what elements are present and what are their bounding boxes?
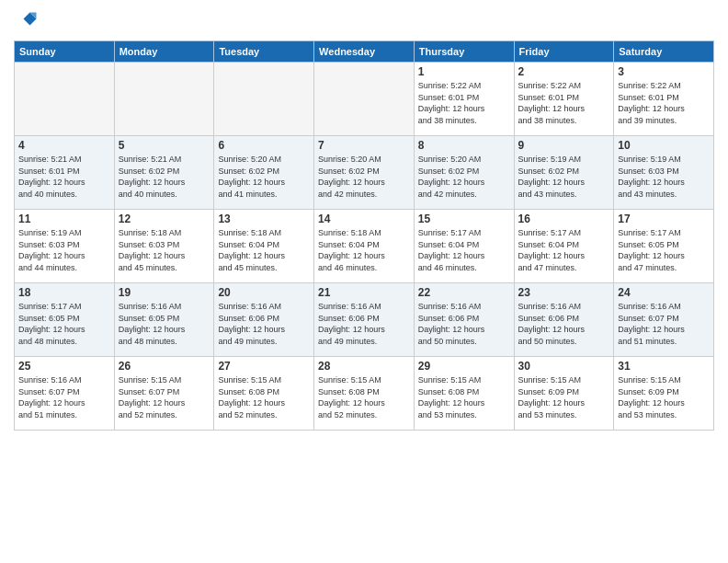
calendar-cell: 14Sunrise: 5:18 AM Sunset: 6:04 PM Dayli… [314,210,415,283]
calendar-cell: 12Sunrise: 5:18 AM Sunset: 6:03 PM Dayli… [114,210,214,283]
logo-icon [14,9,40,35]
day-info: Sunrise: 5:16 AM Sunset: 6:06 PM Dayligh… [218,301,310,347]
weekday-header-monday: Monday [114,41,214,63]
day-info: Sunrise: 5:16 AM Sunset: 6:07 PM Dayligh… [18,374,110,420]
day-number: 3 [618,65,710,78]
calendar-cell: 7Sunrise: 5:20 AM Sunset: 6:02 PM Daylig… [314,136,415,210]
day-info: Sunrise: 5:16 AM Sunset: 6:06 PM Dayligh… [318,301,410,347]
day-info: Sunrise: 5:18 AM Sunset: 6:04 PM Dayligh… [218,227,310,273]
calendar-week-4: 18Sunrise: 5:17 AM Sunset: 6:05 PM Dayli… [15,283,714,357]
calendar-cell: 11Sunrise: 5:19 AM Sunset: 6:03 PM Dayli… [15,210,115,283]
day-info: Sunrise: 5:22 AM Sunset: 6:01 PM Dayligh… [518,80,610,126]
day-number: 11 [18,213,110,225]
day-info: Sunrise: 5:15 AM Sunset: 6:09 PM Dayligh… [518,374,610,420]
day-number: 24 [618,286,710,299]
calendar-week-5: 25Sunrise: 5:16 AM Sunset: 6:07 PM Dayli… [15,357,714,431]
calendar-cell: 19Sunrise: 5:16 AM Sunset: 6:05 PM Dayli… [114,283,214,357]
calendar-cell: 13Sunrise: 5:18 AM Sunset: 6:04 PM Dayli… [214,210,314,283]
calendar-cell: 26Sunrise: 5:15 AM Sunset: 6:07 PM Dayli… [114,357,214,431]
day-number: 18 [18,286,110,299]
day-number: 10 [618,139,710,152]
day-info: Sunrise: 5:16 AM Sunset: 6:06 PM Dayligh… [518,301,610,347]
calendar-cell: 22Sunrise: 5:16 AM Sunset: 6:06 PM Dayli… [414,283,514,357]
calendar-cell [214,63,314,136]
day-number: 12 [119,213,210,225]
calendar-cell: 1Sunrise: 5:22 AM Sunset: 6:01 PM Daylig… [414,63,514,136]
day-number: 15 [418,213,510,225]
day-info: Sunrise: 5:20 AM Sunset: 6:02 PM Dayligh… [318,154,410,200]
day-number: 23 [518,286,610,299]
calendar-cell: 27Sunrise: 5:15 AM Sunset: 6:08 PM Dayli… [214,357,314,431]
calendar-cell: 4Sunrise: 5:21 AM Sunset: 6:01 PM Daylig… [15,136,115,210]
calendar-cell [15,63,115,136]
day-info: Sunrise: 5:15 AM Sunset: 6:08 PM Dayligh… [318,374,410,420]
weekday-header-sunday: Sunday [15,41,115,63]
calendar-cell: 8Sunrise: 5:20 AM Sunset: 6:02 PM Daylig… [414,136,514,210]
day-info: Sunrise: 5:15 AM Sunset: 6:08 PM Dayligh… [218,374,310,420]
day-number: 9 [518,139,610,152]
day-number: 26 [119,360,210,373]
day-info: Sunrise: 5:20 AM Sunset: 6:02 PM Dayligh… [218,154,310,200]
calendar-cell: 28Sunrise: 5:15 AM Sunset: 6:08 PM Dayli… [314,357,415,431]
calendar-week-3: 11Sunrise: 5:19 AM Sunset: 6:03 PM Dayli… [15,210,714,283]
calendar-cell: 29Sunrise: 5:15 AM Sunset: 6:08 PM Dayli… [414,357,514,431]
day-info: Sunrise: 5:19 AM Sunset: 6:02 PM Dayligh… [518,154,610,200]
day-number: 25 [18,360,110,373]
day-info: Sunrise: 5:18 AM Sunset: 6:03 PM Dayligh… [119,227,210,273]
day-info: Sunrise: 5:16 AM Sunset: 6:07 PM Dayligh… [618,301,710,347]
calendar-cell: 10Sunrise: 5:19 AM Sunset: 6:03 PM Dayli… [614,136,714,210]
calendar-cell: 16Sunrise: 5:17 AM Sunset: 6:04 PM Dayli… [514,210,614,283]
day-info: Sunrise: 5:17 AM Sunset: 6:05 PM Dayligh… [618,227,710,273]
day-info: Sunrise: 5:16 AM Sunset: 6:05 PM Dayligh… [119,301,210,347]
calendar-cell: 17Sunrise: 5:17 AM Sunset: 6:05 PM Dayli… [614,210,714,283]
calendar-cell: 30Sunrise: 5:15 AM Sunset: 6:09 PM Dayli… [514,357,614,431]
calendar-cell: 18Sunrise: 5:17 AM Sunset: 6:05 PM Dayli… [15,283,115,357]
day-info: Sunrise: 5:15 AM Sunset: 6:08 PM Dayligh… [418,374,510,420]
day-info: Sunrise: 5:19 AM Sunset: 6:03 PM Dayligh… [618,154,710,200]
weekday-header-wednesday: Wednesday [314,41,415,63]
day-number: 30 [518,360,610,373]
calendar-cell: 21Sunrise: 5:16 AM Sunset: 6:06 PM Dayli… [314,283,415,357]
day-number: 6 [218,139,310,152]
weekday-header-friday: Friday [514,41,614,63]
day-info: Sunrise: 5:15 AM Sunset: 6:09 PM Dayligh… [618,374,710,420]
header [14,9,714,35]
day-number: 17 [618,213,710,225]
day-info: Sunrise: 5:17 AM Sunset: 6:04 PM Dayligh… [518,227,610,273]
calendar-cell [114,63,214,136]
calendar-cell: 23Sunrise: 5:16 AM Sunset: 6:06 PM Dayli… [514,283,614,357]
day-number: 8 [418,139,510,152]
day-number: 14 [318,213,410,225]
calendar-cell: 25Sunrise: 5:16 AM Sunset: 6:07 PM Dayli… [15,357,115,431]
day-number: 16 [518,213,610,225]
calendar-cell: 6Sunrise: 5:20 AM Sunset: 6:02 PM Daylig… [214,136,314,210]
day-number: 20 [218,286,310,299]
calendar-cell: 24Sunrise: 5:16 AM Sunset: 6:07 PM Dayli… [614,283,714,357]
day-number: 22 [418,286,510,299]
day-info: Sunrise: 5:21 AM Sunset: 6:01 PM Dayligh… [18,154,110,200]
day-info: Sunrise: 5:16 AM Sunset: 6:06 PM Dayligh… [418,301,510,347]
calendar-cell: 5Sunrise: 5:21 AM Sunset: 6:02 PM Daylig… [114,136,214,210]
calendar-week-2: 4Sunrise: 5:21 AM Sunset: 6:01 PM Daylig… [15,136,714,210]
day-info: Sunrise: 5:20 AM Sunset: 6:02 PM Dayligh… [418,154,510,200]
weekday-header-saturday: Saturday [614,41,714,63]
calendar-cell: 20Sunrise: 5:16 AM Sunset: 6:06 PM Dayli… [214,283,314,357]
calendar-cell: 9Sunrise: 5:19 AM Sunset: 6:02 PM Daylig… [514,136,614,210]
day-number: 19 [119,286,210,299]
day-number: 31 [618,360,710,373]
day-info: Sunrise: 5:18 AM Sunset: 6:04 PM Dayligh… [318,227,410,273]
day-number: 2 [518,65,610,78]
day-info: Sunrise: 5:22 AM Sunset: 6:01 PM Dayligh… [418,80,510,126]
day-info: Sunrise: 5:19 AM Sunset: 6:03 PM Dayligh… [18,227,110,273]
day-info: Sunrise: 5:15 AM Sunset: 6:07 PM Dayligh… [119,374,210,420]
calendar-cell: 15Sunrise: 5:17 AM Sunset: 6:04 PM Dayli… [414,210,514,283]
day-number: 1 [418,65,510,78]
day-number: 5 [119,139,210,152]
day-number: 29 [418,360,510,373]
calendar-cell: 2Sunrise: 5:22 AM Sunset: 6:01 PM Daylig… [514,63,614,136]
day-number: 13 [218,213,310,225]
day-number: 27 [218,360,310,373]
day-info: Sunrise: 5:21 AM Sunset: 6:02 PM Dayligh… [119,154,210,200]
weekday-header-tuesday: Tuesday [214,41,314,63]
weekday-header-row: SundayMondayTuesdayWednesdayThursdayFrid… [15,41,714,63]
